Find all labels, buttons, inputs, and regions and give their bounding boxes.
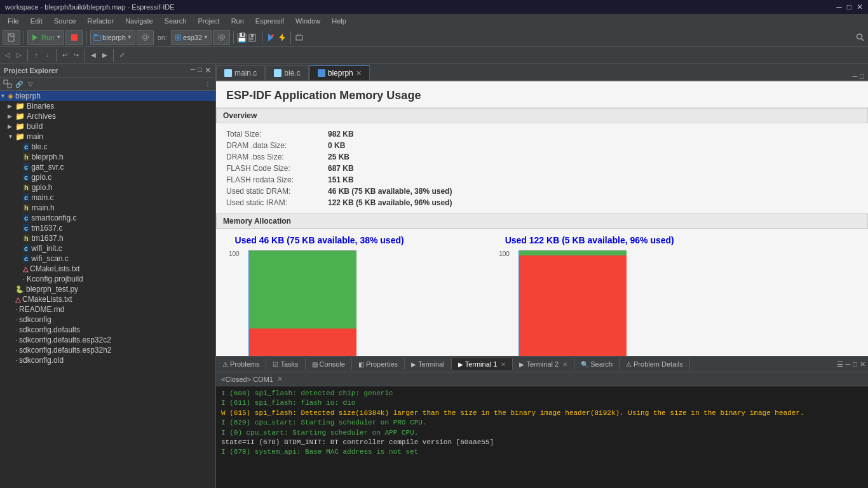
tree-item-main_h[interactable]: hmain.h [0,203,215,213]
bottom-panel-close-icon[interactable]: ✕ [860,360,865,369]
tree-item-build[interactable]: ▶📁build [0,121,215,132]
bottom-panel-minimize-icon[interactable]: ─ [846,360,851,368]
bottom-tab-problems[interactable]: ⚠ Problems [216,358,266,370]
tree-item-bleprph_test[interactable]: 🐍bleprph_test.py [0,284,215,294]
new-button[interactable] [3,30,20,45]
flash-icon[interactable] [277,32,287,43]
tree-item-cmakelists_main[interactable]: △CMakeLists.txt [0,264,215,274]
back-icon[interactable]: ◁ [3,50,13,60]
menu-source[interactable]: Source [49,16,81,26]
target-dropdown-icon[interactable]: ▼ [203,34,208,40]
tree-label-build: build [27,122,43,131]
target-settings-button[interactable] [213,30,230,45]
stop-button[interactable] [65,30,83,45]
tree-item-tm1637_c[interactable]: ctm1637.c [0,223,215,233]
search-toolbar-icon[interactable] [855,32,865,43]
tree-item-binaries[interactable]: ▶📁Binaries [0,101,215,111]
bottom-tab-console[interactable]: ▤ Console [306,358,352,370]
run-dropdown-icon[interactable]: ▼ [56,34,61,40]
tree-item-ble_c[interactable]: cble.c [0,142,215,152]
up-icon[interactable]: ↑ [31,50,41,60]
tree-item-sdkconfig_esp32c2[interactable]: ·sdkconfig.defaults.esp32c2 [0,335,215,345]
collapse-all-icon[interactable] [3,79,13,89]
tree-item-sdkconfig_esp32h2[interactable]: ·sdkconfig.defaults.esp32h2 [0,345,215,355]
folder-icon-build: 📁 [15,122,25,131]
maximize-button[interactable]: □ [847,3,851,11]
tree-item-smartconfig_c[interactable]: csmartconfig.c [0,213,215,223]
tab-bleprph[interactable]: bleprph ✕ [309,65,370,80]
bottom-tab-tasks[interactable]: ☑ Tasks [266,358,305,370]
menu-run[interactable]: Run [226,16,249,26]
dram-bar-used [249,329,356,356]
undo-icon[interactable]: ↩ [60,50,70,60]
terminal-header-close[interactable]: ✕ [277,375,283,383]
link-editor-icon[interactable]: 🔗 [14,79,24,89]
menu-project[interactable]: Project [193,16,224,26]
tree-item-kconfig[interactable]: ·Kconfig.projbuild [0,274,215,284]
tree-item-sdkconfig_defaults[interactable]: ·sdkconfig.defaults [0,325,215,335]
sidebar-close-icon[interactable]: ✕ [205,65,212,75]
tree-item-main[interactable]: ▼📁main [0,132,215,142]
menu-edit[interactable]: Edit [25,16,48,26]
bottom-tab-properties[interactable]: ◧ Properties [352,358,405,370]
bottom-tab-terminal1[interactable]: ▶ Terminal 1 ✕ [452,358,513,370]
sidebar-maximize-icon[interactable]: □ [198,65,202,75]
previous-edit-icon[interactable]: ◀ [88,50,98,60]
minimize-button[interactable]: ─ [836,3,842,11]
project-settings-button[interactable] [137,30,154,45]
save-all-icon[interactable] [248,32,259,43]
sidebar-options-icon[interactable]: ⋮ [203,79,213,89]
tree-item-archives[interactable]: ▶📁Archives [0,111,215,121]
menu-navigate[interactable]: Navigate [120,16,158,26]
menu-help[interactable]: Help [327,16,351,26]
terminal1-close[interactable]: ✕ [501,361,506,368]
tree-item-wifi_init_c[interactable]: cwifi_init.c [0,243,215,254]
debug-icon[interactable] [266,32,276,43]
bottom-panel-maximize-icon[interactable]: □ [853,360,857,368]
menu-espressif[interactable]: Espressif [250,16,289,26]
redo-icon[interactable]: ↪ [71,50,81,60]
tab-ble-c[interactable]: ble.c [266,65,308,80]
window-controls[interactable]: ─ □ ✕ [836,3,863,11]
tree-item-wifi_scan_c[interactable]: cwifi_scan.c [0,254,215,264]
tab-maximize-icon[interactable]: □ [860,72,864,80]
menu-window[interactable]: Window [290,16,325,26]
build-icon[interactable] [294,32,304,43]
close-button[interactable]: ✕ [857,3,863,11]
target-combo[interactable]: esp32 ▼ [171,30,212,45]
save-icon[interactable]: 💾 [237,32,247,43]
tree-item-tm1637_h[interactable]: htm1637.h [0,233,215,243]
tree-item-sdkconfig[interactable]: ·sdkconfig [0,315,215,325]
tree-item-sdkconfig_old[interactable]: ·sdkconfig.old [0,355,215,365]
terminal2-close[interactable]: ✕ [562,361,567,368]
bottom-tab-search[interactable]: 🔍 Search [574,358,620,370]
forward-icon[interactable]: ▷ [14,50,24,60]
expand-icon[interactable]: ⤢ [117,50,127,60]
menu-search[interactable]: Search [159,16,192,26]
tab-minimize-icon[interactable]: ─ [853,72,858,80]
bottom-tab-terminal[interactable]: ▶ Terminal [405,358,452,370]
project-combo[interactable]: bleprph ▼ [90,30,135,45]
tree-item-main_c[interactable]: cmain.c [0,193,215,203]
run-button[interactable]: Run ▼ [27,30,64,45]
tab-bleprph-close[interactable]: ✕ [356,69,362,78]
menu-refactor[interactable]: Refactor [83,16,119,26]
tree-item-bleprph[interactable]: ▼◈bleprph [0,91,215,101]
sidebar-minimize-icon[interactable]: ─ [191,65,196,75]
filter-icon[interactable]: ▽ [25,79,36,89]
bottom-panel-menu-icon[interactable]: ☰ [837,360,843,369]
tree-item-gatt_svr_c[interactable]: cgatt_svr.c [0,162,215,172]
down-icon[interactable]: ↓ [43,50,53,60]
tree-item-gpio_h[interactable]: hgpio.h [0,182,215,193]
tree-item-readme[interactable]: ·README.md [0,304,215,315]
menu-file[interactable]: File [3,16,24,26]
bottom-tab-problem-details[interactable]: ⚠ Problem Details [620,358,690,370]
tree-item-gpio_c[interactable]: cgpio.c [0,172,215,182]
next-edit-icon[interactable]: ▶ [100,50,110,60]
bottom-tab-terminal2[interactable]: ▶ Terminal 2 ✕ [513,358,574,370]
properties-icon: ◧ [358,361,364,368]
tree-item-bleprph_h[interactable]: hbleprph.h [0,152,215,162]
tree-item-cmakelists_root[interactable]: △CMakeLists.txt [0,294,215,304]
project-dropdown-icon[interactable]: ▼ [127,34,132,40]
tab-main-c[interactable]: main.c [216,65,265,80]
